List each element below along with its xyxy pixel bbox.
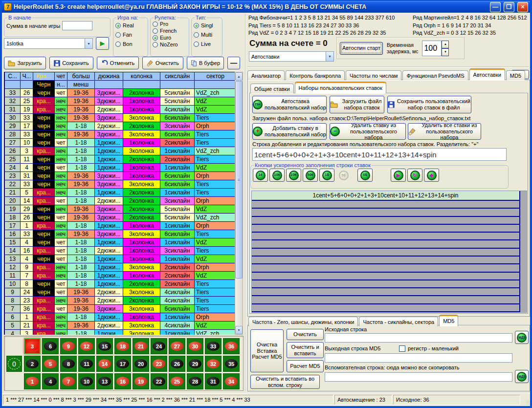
board-number-18[interactable]: 18: [114, 338, 131, 354]
bet-set-empty-row[interactable]: [252, 288, 519, 296]
bet-set-empty-row[interactable]: [252, 296, 519, 304]
board-number-21[interactable]: 21: [133, 338, 149, 354]
autobet-combobox[interactable]: Автоставки ▼: [249, 51, 334, 62]
history-row[interactable]: 736кра...чет19-363дюжи...3колонка6сиклай…: [5, 305, 235, 313]
scrollbar-thumb[interactable]: ≡: [235, 81, 243, 279]
bet-set-empty-row[interactable]: [252, 257, 519, 264]
board-number-34[interactable]: 34: [223, 373, 240, 389]
radio-Euro[interactable]: Euro: [153, 35, 187, 41]
quick-bet-0$-button[interactable]: 0$: [357, 169, 373, 182]
board-number-3[interactable]: 3: [24, 338, 41, 354]
tab-Функционал PsevdoMS[interactable]: Функционал PsevdoMS: [402, 70, 468, 80]
add-bet-button[interactable]: + Добавить ставку в пользовательский наб…: [252, 123, 327, 140]
board-number-0[interactable]: 0: [6, 356, 22, 372]
board-number-16[interactable]: 16: [114, 373, 131, 389]
board-number-15[interactable]: 15: [96, 338, 113, 354]
close-button[interactable]: ×: [517, 2, 528, 12]
board-number-30[interactable]: 30: [187, 338, 203, 354]
autospin-start-button[interactable]: Автоспин старт: [340, 42, 383, 55]
board-number-2[interactable]: 2: [24, 356, 41, 372]
bet-set-empty-row[interactable]: [252, 273, 519, 280]
quick-bet-1¢-button[interactable]: 1¢: [253, 169, 268, 182]
history-row[interactable]: 924чернчет19-362дюжи...3колонка4сиклайнT…: [5, 288, 235, 297]
board-number-27[interactable]: 27: [169, 338, 185, 354]
start-play-button[interactable]: ▶: [96, 37, 109, 50]
history-row[interactable]: 2233черннеч19-363дюжи...3колонка6сиклайн…: [5, 180, 235, 189]
history-row[interactable]: 3033черннеч19-363дюжи...3колонка6сиклайн…: [5, 114, 235, 122]
board-number-26[interactable]: 26: [169, 356, 185, 372]
chevron-down-icon[interactable]: ▼: [326, 52, 333, 61]
maximize-button[interactable]: ❐: [504, 2, 514, 12]
resize-grip[interactable]: ░: [521, 395, 529, 405]
collapse-button[interactable]: —: [227, 57, 240, 69]
board-number-24[interactable]: 24: [151, 338, 167, 354]
save-button[interactable]: Сохранить: [49, 57, 93, 69]
lowercase-checkbox[interactable]: [399, 345, 405, 352]
board-number-1[interactable]: 1: [24, 373, 41, 389]
play-spin-button[interactable]: ▶: [391, 169, 406, 182]
history-row[interactable]: 134чернчет1-181дюжи...1колонка1сиклайнVd…: [5, 255, 235, 263]
radio-Bon[interactable]: Bon: [115, 41, 146, 47]
board-number-22[interactable]: 22: [151, 373, 167, 389]
board-number-7[interactable]: 7: [60, 373, 77, 389]
bet-set-empty-row[interactable]: [252, 304, 519, 312]
md5-calc-button[interactable]: Расчет MD5: [287, 360, 324, 372]
md5-clear-paste-aux-button[interactable]: Очистить и вставить во вспом. строку: [250, 375, 320, 389]
bet-set-empty-row[interactable]: [252, 280, 519, 288]
bet-set-empty-row[interactable]: [252, 264, 519, 272]
md5-output-input[interactable]: [325, 353, 512, 363]
radio-NoZero[interactable]: NoZero: [153, 42, 187, 47]
spinner-down-icon[interactable]: ▼: [442, 48, 449, 56]
load-button[interactable]: Загрузить: [4, 57, 46, 69]
board-number-12[interactable]: 12: [78, 338, 95, 354]
bet-set-empty-row[interactable]: [252, 225, 519, 233]
bet-set-empty-row[interactable]: [252, 201, 519, 209]
history-row[interactable]: 1633черннеч19-363дюжи...3колонка6сиклайн…: [5, 230, 235, 238]
scroll-up-icon[interactable]: ▲: [235, 72, 243, 81]
start-sum-input[interactable]: [62, 21, 92, 30]
board-number-4[interactable]: 4: [42, 373, 59, 389]
tab-Наборы пользовательских ставок[interactable]: Наборы пользовательских ставок: [295, 82, 386, 93]
undo-button[interactable]: Отменить: [97, 57, 139, 69]
board-number-13[interactable]: 13: [96, 373, 113, 389]
md5-clear-button[interactable]: Очистить: [287, 329, 324, 340]
md5-source-input[interactable]: [325, 333, 512, 343]
radio-French[interactable]: French: [153, 28, 187, 34]
history-row[interactable]: 2331черннеч19-363дюжи...1колонка6сиклайн…: [5, 172, 235, 180]
radio-Pro[interactable]: Pro: [153, 21, 187, 27]
history-row[interactable]: 2511черннеч1-181дюжи...2колонка2сиклайнT…: [5, 155, 235, 164]
tab-Частота - Zero, шансы, дюжины, колонки[interactable]: Частота - Zero, шансы, дюжины, колонки: [248, 317, 358, 326]
board-number-19[interactable]: 19: [133, 373, 149, 389]
tab-Контроль банкролла[interactable]: Контроль банкролла: [286, 70, 345, 80]
tab-Анализатор[interactable]: Анализатор: [247, 70, 285, 80]
history-row[interactable]: 2710чернчет1-181дюжи...1колонка2сиклайнT…: [5, 139, 235, 147]
radio-Multi[interactable]: Multi: [194, 32, 220, 38]
radio-Singl[interactable]: Singl: [194, 22, 220, 28]
delay-value[interactable]: 100: [422, 41, 442, 56]
board-number-29[interactable]: 29: [187, 356, 203, 372]
history-row[interactable]: 2014кра...чет1-182дюжи...2колонка3сиклай…: [5, 197, 235, 205]
history-row[interactable]: 215кра...неч1-181дюжи...2колонка1сиклайн…: [5, 189, 235, 197]
tab-MD5[interactable]: MD5: [506, 70, 525, 80]
board-number-25[interactable]: 25: [169, 373, 185, 389]
repeat-button[interactable]: ↻: [407, 169, 422, 182]
spinner-up-icon[interactable]: ▲: [442, 41, 449, 48]
history-row[interactable]: 154чернчет1-181дюжи...1колонка1сиклайнVd…: [5, 238, 235, 247]
scroll-down-icon[interactable]: ▼: [235, 326, 243, 334]
board-number-32[interactable]: 32: [205, 356, 222, 372]
md5-aux-input[interactable]: [325, 372, 512, 382]
radio-Real[interactable]: Real: [115, 22, 146, 28]
copy-to-buffer-button[interactable]: В буфер: [187, 57, 224, 69]
history-row[interactable]: 61кра...неч1-181дюжи...1колонка1сиклайнO…: [5, 313, 235, 322]
history-row[interactable]: 2917черннеч1-182дюжи...2колонка3сиклайнO…: [5, 122, 235, 130]
tab-MD5[interactable]: MD5: [439, 315, 458, 326]
history-row[interactable]: 108чернчет1-181дюжи...2колонка2сиклайнTi…: [5, 280, 235, 288]
history-row[interactable]: 171кра...неч1-181дюжи...1колонка1сиклайн…: [5, 222, 235, 230]
board-number-8[interactable]: 8: [60, 356, 77, 372]
bet-string-input[interactable]: [252, 148, 507, 161]
history-row[interactable]: 521кра...неч19-362дюжи...3колонка4сиклай…: [5, 322, 235, 330]
quick-bet-25¢-button[interactable]: 25¢: [286, 169, 301, 182]
list-gutter[interactable]: [519, 191, 527, 312]
bet-set-empty-row[interactable]: [252, 249, 519, 257]
board-number-33[interactable]: 33: [205, 338, 222, 354]
